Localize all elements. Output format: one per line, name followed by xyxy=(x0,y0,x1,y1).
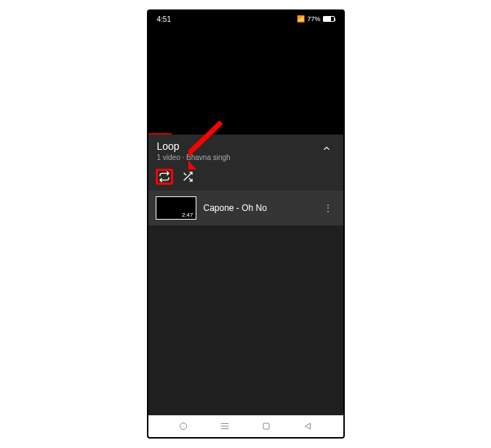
nav-recents-button[interactable] xyxy=(177,420,189,432)
status-icons: 📶 77% xyxy=(297,15,334,23)
video-player[interactable] xyxy=(148,27,343,135)
video-thumbnail: 2:47 xyxy=(156,196,196,220)
battery-icon xyxy=(323,16,335,22)
empty-area xyxy=(148,225,343,415)
playlist-header[interactable]: Loop 1 video · Bhavna singh xyxy=(148,135,343,166)
progress-bar[interactable] xyxy=(148,133,172,135)
svg-rect-7 xyxy=(263,423,269,429)
nav-home-button[interactable] xyxy=(260,420,272,432)
svg-marker-8 xyxy=(306,423,311,429)
playlist-subtitle: 1 video · Bhavna singh xyxy=(157,153,319,161)
collapse-icon[interactable] xyxy=(319,140,335,159)
status-time: 4:51 xyxy=(157,15,171,23)
navigation-bar xyxy=(148,415,343,437)
playlist-item[interactable]: 2:47 Capone - Oh No ⋮ xyxy=(148,191,343,225)
network-icon: 📶 xyxy=(297,15,305,23)
playlist-controls xyxy=(148,166,343,191)
svg-line-2 xyxy=(183,173,185,175)
status-bar: 4:51 📶 77% xyxy=(148,11,343,27)
svg-point-3 xyxy=(180,423,187,430)
shuffle-button[interactable] xyxy=(179,169,196,185)
loop-button[interactable] xyxy=(156,169,173,185)
video-title: Capone - Oh No xyxy=(204,203,313,213)
battery-pct: 77% xyxy=(307,15,320,23)
nav-back-button[interactable] xyxy=(302,420,314,432)
nav-menu-button[interactable] xyxy=(219,420,231,432)
phone-frame: 4:51 📶 77% Loop 1 video · Bhavna singh xyxy=(147,9,345,439)
duration-badge: 2:47 xyxy=(180,212,195,218)
playlist-info: Loop 1 video · Bhavna singh xyxy=(157,140,319,161)
playlist-title: Loop xyxy=(157,140,319,152)
more-options-button[interactable]: ⋮ xyxy=(320,199,336,217)
